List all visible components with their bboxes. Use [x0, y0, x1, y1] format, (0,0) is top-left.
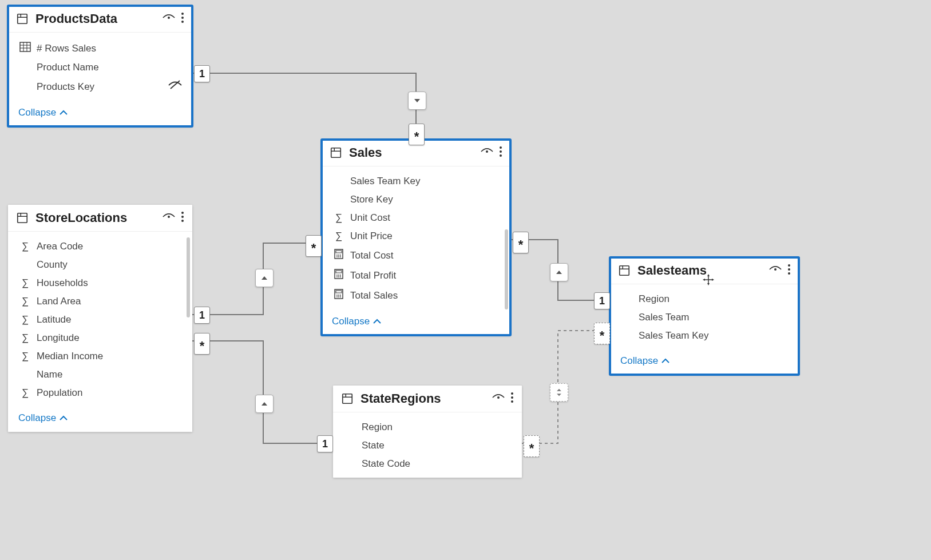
more-options-icon[interactable] — [499, 146, 502, 160]
scrollbar[interactable] — [187, 237, 190, 317]
field-row[interactable]: Total Cost — [322, 245, 510, 265]
field-row[interactable]: Region — [610, 290, 799, 308]
field-name: Land Area — [37, 296, 182, 307]
cardinality-many: * — [594, 323, 610, 344]
sigma-icon: ∑ — [18, 277, 32, 289]
cardinality-many: * — [194, 333, 210, 355]
scrollbar[interactable] — [505, 229, 508, 309]
sigma-icon: ∑ — [18, 314, 32, 325]
sigma-icon: ∑ — [18, 387, 32, 399]
field-name: County — [37, 259, 182, 271]
field-row[interactable]: ∑Unit Price — [322, 227, 510, 245]
svg-point-47 — [168, 216, 170, 218]
table-icon — [618, 264, 631, 277]
cardinality-many: * — [513, 232, 529, 253]
table-card-storelocations[interactable]: StoreLocations ∑Area Code County ∑Househ… — [8, 205, 192, 432]
chevron-up-icon — [661, 358, 669, 364]
filter-direction-both-icon[interactable] — [550, 383, 568, 402]
field-row[interactable]: County — [8, 256, 192, 274]
field-row[interactable]: ∑Longitude — [8, 329, 192, 347]
svg-rect-21 — [336, 251, 342, 253]
visibility-toggle-icon[interactable] — [481, 146, 493, 159]
card-body: Region State State Code — [333, 412, 522, 478]
field-row[interactable]: ∑Area Code — [8, 237, 192, 256]
table-card-salesteams[interactable]: Salesteams Region Sales Team Sales Team … — [610, 257, 799, 375]
visibility-toggle-icon[interactable] — [163, 212, 175, 224]
visibility-toggle-icon[interactable] — [492, 392, 505, 405]
field-name: Population — [37, 387, 182, 399]
sigma-icon: ∑ — [332, 231, 346, 242]
svg-point-3 — [168, 17, 170, 19]
field-row[interactable]: Products Key — [8, 77, 192, 97]
collapse-label: Collapse — [620, 355, 658, 367]
field-row[interactable]: ∑Land Area — [8, 292, 192, 311]
field-row[interactable]: ∑Latitude — [8, 311, 192, 329]
svg-rect-0 — [18, 14, 27, 24]
chevron-up-icon — [373, 319, 381, 324]
svg-point-5 — [181, 17, 184, 19]
card-header[interactable]: StoreLocations — [8, 205, 192, 232]
hidden-field-icon[interactable] — [168, 80, 182, 93]
field-row[interactable]: Total Profit — [322, 265, 510, 285]
calculator-icon — [332, 289, 346, 302]
more-options-icon[interactable] — [787, 264, 791, 277]
table-icon — [16, 13, 29, 25]
sigma-icon: ∑ — [18, 241, 32, 252]
svg-point-38 — [336, 295, 338, 296]
filter-direction-icon[interactable] — [408, 92, 426, 110]
collapse-button[interactable]: Collapse — [322, 310, 510, 335]
table-card-sales[interactable]: Sales Sales Team Key Store Key ∑Unit Cos… — [322, 140, 510, 335]
collapse-button[interactable]: Collapse — [8, 101, 192, 126]
filter-direction-icon[interactable] — [255, 395, 274, 413]
field-row[interactable]: Sales Team — [610, 308, 799, 327]
field-name: Name — [37, 369, 182, 380]
svg-point-56 — [511, 396, 513, 399]
more-options-icon[interactable] — [181, 12, 184, 26]
field-name: Sales Team — [639, 312, 789, 323]
card-header[interactable]: Sales — [322, 140, 510, 166]
card-header[interactable]: Salesteams — [610, 257, 799, 284]
collapse-button[interactable]: Collapse — [8, 407, 192, 432]
svg-point-26 — [338, 256, 339, 257]
card-header[interactable]: StateRegions — [333, 386, 522, 412]
filter-direction-icon[interactable] — [550, 263, 568, 281]
visibility-toggle-icon[interactable] — [769, 264, 782, 277]
svg-point-31 — [338, 275, 339, 276]
card-body: ∑Area Code County ∑Households ∑Land Area… — [8, 232, 192, 407]
svg-point-25 — [336, 256, 338, 257]
field-name: Unit Cost — [350, 212, 500, 224]
field-row[interactable]: Store Key — [322, 190, 510, 209]
more-options-icon[interactable] — [510, 392, 514, 406]
field-row[interactable]: Sales Team Key — [322, 172, 510, 190]
table-card-stateregions[interactable]: StateRegions Region State State Code — [333, 386, 522, 478]
svg-point-17 — [500, 146, 502, 149]
svg-rect-51 — [343, 394, 352, 404]
field-row[interactable]: ∑Unit Cost — [322, 209, 510, 227]
collapse-button[interactable]: Collapse — [610, 349, 799, 375]
svg-point-43 — [340, 296, 341, 297]
field-row[interactable]: Sales Team Key — [610, 327, 799, 345]
more-options-icon[interactable] — [181, 211, 184, 225]
cardinality-one: 1 — [594, 292, 610, 309]
field-name: Area Code — [37, 241, 182, 252]
visibility-toggle-icon[interactable] — [163, 13, 175, 25]
card-header[interactable]: ProductsData — [8, 6, 192, 33]
field-row[interactable]: Region — [333, 418, 522, 436]
field-row[interactable]: # Rows Sales — [8, 38, 192, 58]
field-row[interactable]: Total Sales — [322, 285, 510, 305]
field-row[interactable]: ∑Households — [8, 274, 192, 292]
filter-direction-icon[interactable] — [255, 269, 274, 287]
calculator-icon — [332, 269, 346, 282]
field-name: Latitude — [37, 314, 182, 325]
field-row[interactable]: Product Name — [8, 58, 192, 77]
sigma-icon: ∑ — [332, 212, 346, 224]
field-row[interactable]: ∑Population — [8, 384, 192, 402]
svg-point-16 — [486, 150, 488, 153]
table-title: StoreLocations — [35, 211, 157, 225]
table-card-productsdata[interactable]: ProductsData # Rows Sales Product Name P… — [8, 6, 192, 126]
field-row[interactable]: Name — [8, 366, 192, 384]
field-name: Products Key — [37, 81, 168, 93]
field-row[interactable]: State Code — [333, 455, 522, 473]
field-row[interactable]: ∑Median Income — [8, 347, 192, 366]
field-row[interactable]: State — [333, 436, 522, 455]
